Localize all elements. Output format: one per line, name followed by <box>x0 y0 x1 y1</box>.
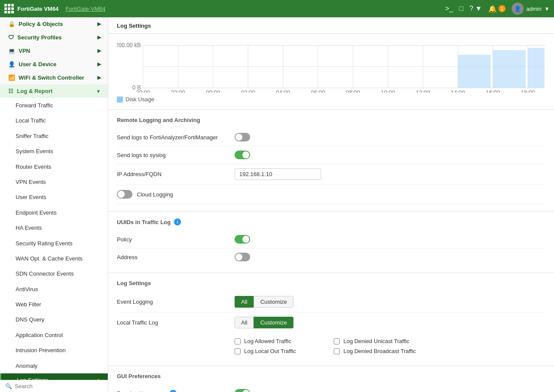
sidebar-item-label: VPN <box>19 48 30 54</box>
syslog-toggle-track[interactable] <box>235 151 250 159</box>
remote-logging-title: Remote Logging and Archiving <box>117 117 545 123</box>
event-all-button[interactable]: All <box>235 296 254 308</box>
cloud-label: Cloud Logging <box>137 191 173 198</box>
svg-rect-19 <box>528 48 544 88</box>
log-settings-section: Log Settings Event Logging All Customize… <box>108 273 554 366</box>
legend-label: Disk Usage <box>126 96 154 103</box>
uuids-policy-toggle-track[interactable] <box>235 235 250 244</box>
terminal-button[interactable]: >_ <box>445 5 453 13</box>
local-all-button[interactable]: All <box>235 317 254 328</box>
sidebar-sub-intrusion-prevention[interactable]: Intrusion Prevention <box>0 343 108 358</box>
local-traffic-controls: Local Traffic Log All Customize <box>117 317 545 328</box>
sidebar-sub-sniffer-traffic[interactable]: Sniffer Traffic <box>0 129 108 144</box>
sidebar-item-user-device[interactable]: 👤 User & Device ▶ <box>0 58 108 71</box>
syslog-toggle[interactable] <box>235 151 250 159</box>
notification-badge: 1 <box>499 5 506 12</box>
fortianalyzer-toggle[interactable] <box>235 133 250 141</box>
svg-text:200.00 kB: 200.00 kB <box>117 42 141 49</box>
sidebar-sub-sdn-connector[interactable]: SDN Connector Events <box>0 266 108 281</box>
log-allowed-traffic-checkbox[interactable] <box>235 338 241 344</box>
chevron-right-icon: ▶ <box>97 61 101 67</box>
sidebar-sub-wan-opt[interactable]: WAN Opt. & Cache Events <box>0 251 108 266</box>
sidebar-sub-local-traffic[interactable]: Local Traffic <box>0 113 108 128</box>
log-local-out-checkbox[interactable] <box>235 348 241 354</box>
event-customize-button[interactable]: Customize <box>254 296 293 308</box>
sidebar-sub-router-events[interactable]: Router Events <box>0 159 108 174</box>
checkbox-log-allowed-traffic[interactable]: Log Allowed Traffic <box>235 338 316 344</box>
page-title-bar: Log Settings <box>108 17 554 34</box>
chevron-down-icon: ▼ <box>96 89 101 94</box>
checkbox-log-denied-broadcast[interactable]: Log Denied Broadcast Traffic <box>334 348 416 354</box>
resolve-hostnames-info-icon[interactable]: i <box>170 390 177 392</box>
search-input[interactable] <box>15 383 103 389</box>
checkbox-log-denied-unicast[interactable]: Log Denied Unicast Traffic <box>334 338 416 344</box>
sidebar-sub-user-events[interactable]: User Events <box>0 190 108 205</box>
uuids-info-icon[interactable]: i <box>174 218 181 225</box>
uuids-address-toggle[interactable] <box>235 253 250 261</box>
sidebar-sub-dns-query[interactable]: DNS Query <box>0 312 108 327</box>
sidebar-sub-application-control[interactable]: Application Control <box>0 328 108 343</box>
topbar-right: >_ □ ? ▼ 🔔 1 👤 admin ▼ <box>445 3 550 15</box>
sidebar-item-wifi-switch[interactable]: 📶 WiFi & Switch Controller ▶ <box>0 71 108 84</box>
uuids-policy-toggle[interactable] <box>235 235 250 244</box>
local-traffic-label: Local Traffic Log <box>117 319 229 326</box>
cloud-toggle[interactable] <box>117 190 132 199</box>
fortianalyzer-row: Send logs to FortiAnalyzer/FortiManager <box>117 129 545 146</box>
sidebar-sub-endpoint-events[interactable]: Endpoint Events <box>0 205 108 220</box>
help-button[interactable]: ? ▼ <box>470 5 482 13</box>
local-traffic-checkboxes: Log Allowed Traffic Log Denied Unicast T… <box>235 338 416 354</box>
chart-section: 200.00 kB 0 B 20:00 22:00 00:00 02:00 04… <box>108 34 554 110</box>
sidebar-item-policy-objects[interactable]: 🔒 Policy & Objects ▶ <box>0 17 108 31</box>
search-icon: 🔍 <box>5 383 12 389</box>
sidebar-sub-anomaly[interactable]: Anomaly <box>0 358 108 373</box>
ip-address-input[interactable] <box>235 168 321 180</box>
sidebar-sub-web-filter[interactable]: Web Filter <box>0 297 108 312</box>
log-settings-title: Log Settings <box>117 280 545 286</box>
cloud-logging-row: Cloud Logging <box>117 185 545 204</box>
user-icon: 👤 <box>8 61 15 67</box>
uuids-address-toggle-track[interactable] <box>235 253 250 261</box>
sidebar-sub-vpn-events[interactable]: VPN Events <box>0 174 108 190</box>
fortianalyzer-toggle-track[interactable] <box>235 133 250 141</box>
sidebar-item-label: Log & Report <box>17 88 52 94</box>
svg-rect-17 <box>458 55 491 88</box>
log-denied-broadcast-checkbox[interactable] <box>334 348 340 354</box>
topbar: FortiGate VM64 FortiGate-VM64 >_ □ ? ▼ 🔔… <box>0 0 554 17</box>
sidebar-sub-forward-traffic[interactable]: Forward Traffic <box>0 98 108 113</box>
sidebar-item-security-profiles[interactable]: 🛡 Security Profiles ▶ <box>0 31 108 44</box>
checkbox-log-local-out[interactable]: Log Local Out Traffic <box>235 348 316 354</box>
resolve-hostnames-toggle[interactable] <box>235 389 250 392</box>
event-logging-btn-group: All Customize <box>235 296 293 308</box>
device-name-link[interactable]: FortiGate-VM64 <box>65 6 105 12</box>
uuids-address-label: Address <box>117 254 229 260</box>
resolve-hostnames-row: Resolve Hostnames i <box>117 385 545 392</box>
gui-preferences-section: GUI Preferences Resolve Hostnames i Reso… <box>108 366 554 392</box>
sidebar-item-log-report[interactable]: ☷ Log & Report ▼ <box>0 84 108 98</box>
svg-text:14:00: 14:00 <box>451 90 465 93</box>
sidebar-sub-antivirus[interactable]: AntiVirus <box>0 282 108 297</box>
local-customize-button[interactable]: Customize <box>254 317 293 328</box>
svg-text:20:00: 20:00 <box>136 90 150 93</box>
log-denied-unicast-checkbox[interactable] <box>334 338 340 344</box>
notification-area[interactable]: 🔔 1 <box>488 5 506 13</box>
resolve-hostnames-toggle-track[interactable] <box>235 389 250 392</box>
ip-address-row: IP Address/FQDN <box>117 164 545 185</box>
svg-text:00:00: 00:00 <box>206 90 220 93</box>
log-allowed-traffic-label: Log Allowed Traffic <box>244 338 291 344</box>
fullscreen-button[interactable]: □ <box>459 5 464 13</box>
svg-text:12:00: 12:00 <box>416 90 430 93</box>
sidebar-sub-ha-events[interactable]: HA Events <box>0 220 108 235</box>
svg-text:18:00: 18:00 <box>521 90 535 93</box>
sidebar-sub-security-rating-events[interactable]: Security Rating Events <box>0 236 108 251</box>
chevron-right-icon: ▶ <box>97 21 101 27</box>
logo-grid-icon <box>4 4 14 13</box>
sidebar-sub-system-events[interactable]: System Events <box>0 144 108 159</box>
svg-text:22:00: 22:00 <box>171 90 185 93</box>
cloud-toggle-track[interactable] <box>117 190 132 199</box>
remote-logging-section: Remote Logging and Archiving Send logs t… <box>108 110 554 212</box>
local-traffic-row: Local Traffic Log All Customize Log Allo… <box>117 312 545 359</box>
admin-menu[interactable]: 👤 admin ▼ <box>512 3 550 15</box>
shield-icon: 🛡 <box>8 34 14 41</box>
fortianalyzer-label: Send logs to FortiAnalyzer/FortiManager <box>117 134 229 141</box>
sidebar-item-vpn[interactable]: 💻 VPN ▶ <box>0 44 108 58</box>
